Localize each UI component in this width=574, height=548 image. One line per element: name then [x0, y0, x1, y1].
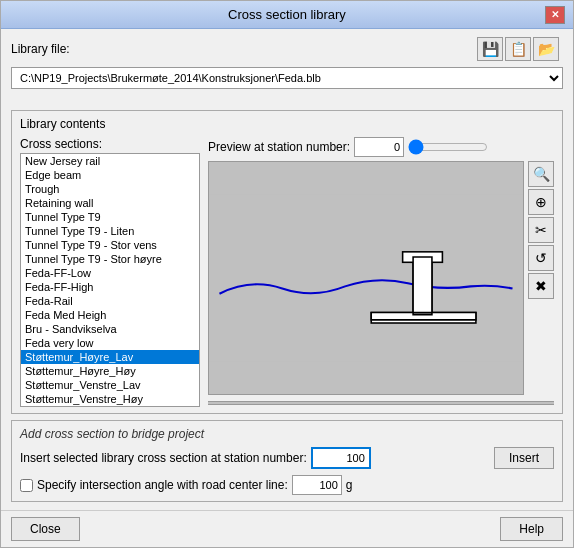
open-folder-button[interactable]: 📂	[533, 37, 559, 61]
list-item[interactable]: Tunnel Type T9 - Stor høyre	[21, 252, 199, 266]
insert-station-input[interactable]	[311, 447, 371, 469]
list-item[interactable]: Støttemur_Høyre_Høy	[21, 364, 199, 378]
library-file-combo-wrapper: C:\NP19_Projects\Brukermøte_2014\Konstru…	[11, 67, 563, 104]
list-item[interactable]: Feda-FF-Low	[21, 266, 199, 280]
copy-button[interactable]: 📋	[505, 37, 531, 61]
insert-label: Insert selected library cross section at…	[20, 451, 307, 465]
library-file-row: Library file: 💾 📋 📂	[11, 37, 563, 61]
close-button[interactable]: Close	[11, 517, 80, 541]
close-window-button[interactable]: ✕	[545, 6, 565, 24]
angle-input[interactable]	[292, 475, 342, 495]
zoom-select-button[interactable]: ✂	[528, 217, 554, 243]
preview-station-row: Preview at station number:	[208, 137, 554, 157]
title-bar-buttons: ✕	[545, 6, 565, 24]
cross-sections-panel: Cross sections: New Jersey rail Edge bea…	[20, 137, 200, 407]
add-section-label: Add cross section to bridge project	[20, 427, 554, 441]
main-window: Cross section library ✕ Library file: 💾 …	[0, 0, 574, 548]
preview-canvas	[208, 161, 524, 395]
station-number-input[interactable]	[354, 137, 404, 157]
list-item[interactable]: Tunnel Type T9	[21, 210, 199, 224]
angle-unit: g	[346, 478, 353, 492]
preview-separator	[208, 401, 554, 405]
toolbar-icons: 💾 📋 📂	[477, 37, 559, 61]
bottom-bar: Close Help	[1, 510, 573, 547]
list-item[interactable]: Trough	[21, 182, 199, 196]
cross-sections-label: Cross sections:	[20, 137, 200, 151]
zoom-in-button[interactable]: 🔍	[528, 161, 554, 187]
list-item[interactable]: Tunnel Type T9 - Stor vens	[21, 238, 199, 252]
title-bar: Cross section library ✕	[1, 1, 573, 29]
list-item[interactable]: Støttemur_Venstre_Lav	[21, 378, 199, 392]
library-contents-group: Library contents Cross sections: New Jer…	[11, 110, 563, 414]
list-item[interactable]: Edge beam	[21, 168, 199, 182]
sections-preview-row: Cross sections: New Jersey rail Edge bea…	[20, 137, 554, 407]
window-title: Cross section library	[29, 7, 545, 22]
checkbox-label: Specify intersection angle with road cen…	[37, 478, 288, 492]
cross-sections-list[interactable]: New Jersey rail Edge beam Trough Retaini…	[20, 153, 200, 407]
preview-station-label: Preview at station number:	[208, 140, 350, 154]
library-file-label: Library file:	[11, 42, 70, 56]
library-file-select[interactable]: C:\NP19_Projects\Brukermøte_2014\Konstru…	[11, 67, 563, 89]
list-item[interactable]: New Jersey rail	[21, 154, 199, 168]
preview-side-buttons: 🔍 ⊕ ✂ ↺ ✖	[528, 161, 554, 395]
zoom-reset-button[interactable]: ↺	[528, 245, 554, 271]
list-item[interactable]: Feda very low	[21, 336, 199, 350]
list-item[interactable]: Feda-FF-High	[21, 280, 199, 294]
help-button[interactable]: Help	[500, 517, 563, 541]
insert-row: Insert selected library cross section at…	[20, 447, 554, 469]
list-item[interactable]: Retaining wall	[21, 196, 199, 210]
preview-panel: Preview at station number:	[208, 137, 554, 407]
main-content: Library file: 💾 📋 📂 C:\NP19_Projects\Bru…	[1, 29, 573, 510]
station-slider[interactable]	[408, 139, 488, 155]
save-button[interactable]: 💾	[477, 37, 503, 61]
list-item[interactable]: Feda Med Heigh	[21, 308, 199, 322]
preview-area-wrapper: 🔍 ⊕ ✂ ↺ ✖	[208, 161, 554, 395]
list-item[interactable]: Bru - Sandvikselva	[21, 322, 199, 336]
list-item-selected[interactable]: Støttemur_Høyre_Lav	[21, 350, 199, 364]
add-section-group: Add cross section to bridge project Inse…	[11, 420, 563, 502]
list-item[interactable]: Tunnel Type T9 - Liten	[21, 224, 199, 238]
preview-svg	[209, 162, 523, 394]
zoom-fit-button[interactable]: ⊕	[528, 189, 554, 215]
zoom-custom-button[interactable]: ✖	[528, 273, 554, 299]
svg-rect-0	[209, 194, 523, 361]
list-item[interactable]: Feda-Rail	[21, 294, 199, 308]
intersection-angle-checkbox[interactable]	[20, 479, 33, 492]
checkbox-row: Specify intersection angle with road cen…	[20, 475, 554, 495]
list-item[interactable]: Støttemur_Venstre_Høy	[21, 392, 199, 406]
insert-button[interactable]: Insert	[494, 447, 554, 469]
library-contents-label: Library contents	[20, 117, 554, 131]
